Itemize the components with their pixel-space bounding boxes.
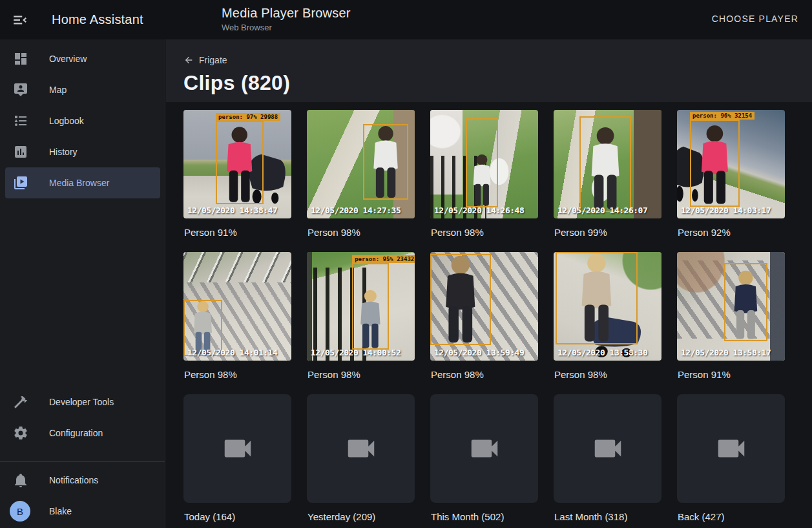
- clip-caption: Person 91%: [677, 369, 785, 380]
- detection-label: person: 97% 29988: [216, 113, 280, 121]
- folder-caption: Last Month (318): [554, 511, 661, 522]
- clip-timestamp: 12/05/2020 14:26:48: [434, 206, 524, 215]
- clip-item[interactable]: 12/05/2020 13:58:30 Person 98%: [554, 252, 661, 394]
- detection-box: [579, 116, 631, 212]
- folder-thumbnail[interactable]: [677, 394, 785, 503]
- sidebar-item-user[interactable]: B Blake: [0, 496, 165, 527]
- clip-timestamp: 12/05/2020 14:27:35: [311, 206, 401, 215]
- video-camera-icon: [220, 431, 255, 466]
- dashboard-icon: [13, 51, 28, 67]
- sidebar-item-configuration[interactable]: Configuration: [0, 417, 165, 449]
- video-camera-icon: [714, 431, 749, 466]
- detection-box: [556, 252, 638, 344]
- clip-thumbnail[interactable]: 12/05/2020 14:27:35: [307, 110, 415, 218]
- detection-label: person: 96% 32154: [690, 112, 755, 120]
- clip-caption: Person 98%: [430, 227, 538, 238]
- clip-thumbnail[interactable]: 12/05/2020 14:26:07: [554, 110, 661, 218]
- map-account-icon: [13, 82, 28, 98]
- detection-box: [352, 263, 389, 350]
- bell-icon: [13, 472, 28, 488]
- breadcrumb-label: Frigate: [199, 55, 227, 65]
- clip-caption: Person 98%: [183, 369, 291, 380]
- clip-thumbnail[interactable]: person: 97% 29988 12/05/2020 14:38:47: [183, 110, 291, 218]
- clip-timestamp: 12/05/2020 14:01:14: [187, 348, 277, 357]
- folder-thumbnail[interactable]: [430, 394, 538, 503]
- detection-box: [363, 124, 408, 200]
- clip-caption: Person 92%: [677, 227, 785, 238]
- collapse-sidebar-button[interactable]: [12, 12, 28, 28]
- clip-item[interactable]: 12/05/2020 13:59:49 Person 98%: [430, 252, 538, 394]
- clip-timestamp: 12/05/2020 13:58:17: [681, 348, 771, 357]
- media-browser-icon: [13, 175, 28, 191]
- clip-thumbnail[interactable]: person: 95% 23432 12/05/2020 14:00:52: [307, 252, 415, 361]
- clip-item[interactable]: person: 96% 32154 12/05/2020 14:03:17 Pe…: [677, 110, 785, 252]
- breadcrumb[interactable]: Frigate: [183, 55, 227, 65]
- detection-box: [724, 263, 767, 341]
- clip-item[interactable]: 12/05/2020 14:26:07 Person 99%: [554, 110, 661, 252]
- sidebar-item-label: Map: [49, 85, 67, 95]
- folder-thumbnail[interactable]: [554, 394, 661, 503]
- video-camera-icon: [590, 431, 625, 466]
- detection-box: [430, 254, 491, 345]
- menu-collapse-icon: [12, 12, 28, 28]
- sidebar-item-logbook[interactable]: Logbook: [0, 105, 165, 136]
- clip-thumbnail[interactable]: 12/05/2020 13:58:17: [677, 252, 785, 361]
- main-content: Frigate Clips (820) person: 97% 29988 12…: [166, 39, 812, 528]
- sidebar-item-label: Configuration: [49, 428, 103, 438]
- page-title: Media Player Browser: [222, 6, 351, 21]
- clip-item[interactable]: 12/05/2020 14:27:35 Person 98%: [307, 110, 415, 252]
- folder-item[interactable]: Today (164): [183, 394, 291, 528]
- clip-thumbnail[interactable]: person: 96% 32154 12/05/2020 14:03:17: [677, 110, 785, 218]
- page-subtitle: Web Browser: [222, 23, 351, 32]
- clip-item[interactable]: person: 97% 29988 12/05/2020 14:38:47 Pe…: [183, 110, 291, 252]
- sidebar-divider: [0, 461, 165, 462]
- sidebar-item-developer-tools[interactable]: Developer Tools: [0, 386, 165, 417]
- logbook-list-icon: [13, 113, 28, 129]
- folder-caption: Today (164): [183, 511, 291, 522]
- clip-thumbnail[interactable]: 12/05/2020 13:58:30: [554, 252, 661, 361]
- folder-thumbnail[interactable]: [183, 394, 291, 503]
- folder-item[interactable]: Yesterday (209): [307, 394, 415, 528]
- sidebar-item-overview[interactable]: Overview: [0, 43, 165, 74]
- clip-thumbnail[interactable]: 12/05/2020 13:59:49: [430, 252, 538, 361]
- sidebar-item-label: Logbook: [49, 116, 84, 126]
- sidebar-item-label: Media Browser: [49, 178, 109, 188]
- folder-caption: Back (427): [677, 511, 785, 522]
- sidebar-item-notifications[interactable]: Notifications: [0, 465, 165, 496]
- sidebar-item-label: History: [49, 147, 78, 157]
- clip-thumbnail[interactable]: 12/05/2020 14:01:14: [183, 252, 291, 361]
- gear-icon: [13, 425, 28, 441]
- sidebar-item-label: Overview: [49, 54, 87, 64]
- page-header-titles: Media Player Browser Web Browser: [222, 6, 351, 32]
- clip-timestamp: 12/05/2020 14:00:52: [311, 348, 401, 357]
- clip-item[interactable]: 12/05/2020 14:01:14 Person 98%: [183, 252, 291, 394]
- clip-timestamp: 12/05/2020 13:58:30: [557, 348, 647, 357]
- sidebar-item-media-browser[interactable]: Media Browser: [5, 167, 160, 198]
- back-arrow-icon: [183, 55, 194, 65]
- user-name-label: Blake: [49, 506, 72, 516]
- app-title: Home Assistant: [52, 0, 143, 39]
- folder-item[interactable]: Last Month (318): [554, 394, 661, 528]
- folder-item[interactable]: Back (427): [677, 394, 785, 528]
- folder-caption: Yesterday (209): [307, 511, 415, 522]
- detection-box: [690, 120, 740, 206]
- clip-item[interactable]: 12/05/2020 13:58:17 Person 91%: [677, 252, 785, 394]
- clip-caption: Person 98%: [554, 369, 661, 380]
- sidebar-item-map[interactable]: Map: [0, 74, 165, 105]
- clip-item[interactable]: 12/05/2020 14:26:48 Person 98%: [430, 110, 538, 252]
- clip-timestamp: 12/05/2020 14:03:17: [681, 206, 771, 215]
- clip-item[interactable]: person: 95% 23432 12/05/2020 14:00:52 Pe…: [307, 252, 415, 394]
- folder-item[interactable]: This Month (502): [430, 394, 538, 528]
- choose-player-button[interactable]: CHOOSE PLAYER: [712, 14, 798, 24]
- avatar: B: [10, 501, 30, 522]
- clip-caption: Person 98%: [307, 369, 415, 380]
- detection-label: person: 95% 23432: [352, 255, 415, 263]
- section-title: Clips (820): [183, 71, 812, 95]
- sidebar-item-history[interactable]: History: [0, 136, 165, 167]
- video-camera-icon: [467, 431, 502, 466]
- folder-thumbnail[interactable]: [307, 394, 415, 503]
- clip-thumbnail[interactable]: 12/05/2020 14:26:48: [430, 110, 538, 218]
- sidebar: Overview Map Logbook History Media Brows…: [0, 39, 165, 528]
- sidebar-item-label: Developer Tools: [49, 397, 114, 407]
- video-camera-icon: [344, 431, 379, 466]
